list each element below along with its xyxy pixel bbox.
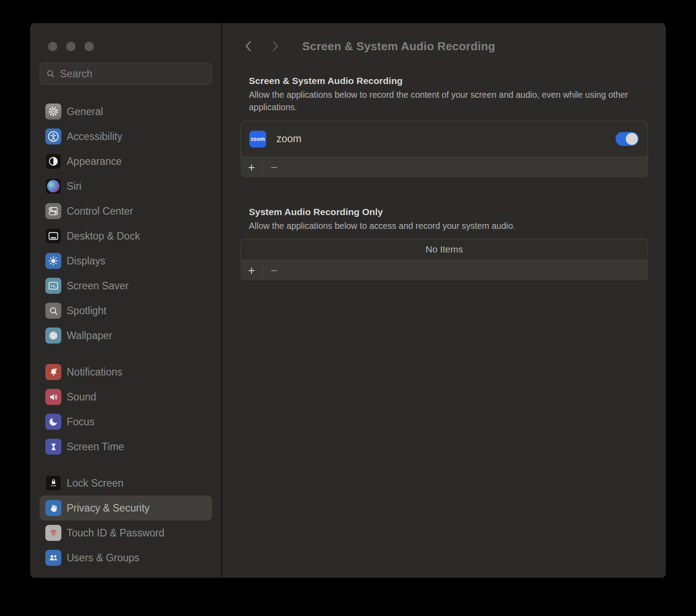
sidebar-item-label: Wallpaper bbox=[67, 330, 112, 342]
app-row-zoom[interactable]: zoom zoom bbox=[240, 121, 648, 157]
footer-divider bbox=[262, 264, 263, 277]
system-audio-app-list: No Items + − bbox=[240, 239, 648, 280]
close-button[interactable] bbox=[48, 42, 57, 51]
accessibility-icon bbox=[45, 128, 61, 144]
content-header: Screen & System Audio Recording bbox=[222, 23, 666, 69]
sidebar-item-label: Touch ID & Password bbox=[67, 527, 164, 539]
sidebar-nav: General Accessibility bbox=[30, 99, 221, 570]
page-title: Screen & System Audio Recording bbox=[302, 40, 495, 53]
minimize-button[interactable] bbox=[66, 42, 76, 51]
hourglass-icon bbox=[45, 439, 61, 455]
sidebar-item-label: Control Center bbox=[67, 205, 133, 217]
window-controls bbox=[30, 23, 221, 51]
sidebar-item-label: Displays bbox=[67, 255, 105, 267]
sidebar-item-users-groups[interactable]: Users & Groups bbox=[40, 545, 212, 570]
display-brightness-icon bbox=[45, 253, 61, 269]
sidebar-item-control-center[interactable]: Control Center bbox=[40, 199, 212, 224]
appearance-icon bbox=[45, 153, 61, 169]
spotlight-icon bbox=[45, 303, 61, 319]
lock-icon bbox=[45, 475, 61, 491]
sidebar-item-label: Screen Saver bbox=[67, 280, 128, 292]
sidebar-item-spotlight[interactable]: Spotlight bbox=[40, 298, 212, 323]
sidebar-item-label: General bbox=[67, 106, 103, 118]
list-footer: + − bbox=[240, 157, 648, 177]
sidebar-item-label: Spotlight bbox=[67, 305, 107, 317]
sidebar-item-lock-screen[interactable]: Lock Screen bbox=[40, 471, 212, 496]
fingerprint-icon bbox=[45, 525, 61, 541]
users-icon bbox=[45, 550, 61, 566]
sidebar-item-label: Accessibility bbox=[67, 131, 122, 143]
sidebar-item-label: Screen Time bbox=[67, 441, 124, 453]
section-heading-system-audio: System Audio Recording Only bbox=[249, 207, 666, 217]
siri-icon bbox=[45, 178, 61, 194]
control-center-icon bbox=[45, 203, 61, 219]
sidebar-item-label: Sound bbox=[67, 391, 96, 403]
section-heading-screen-recording: Screen & System Audio Recording bbox=[249, 76, 666, 86]
sidebar: General Accessibility bbox=[30, 23, 222, 578]
screen-recording-app-list: zoom zoom + − bbox=[240, 121, 648, 177]
sidebar-item-general[interactable]: General bbox=[40, 99, 212, 124]
bell-icon bbox=[45, 364, 61, 380]
sidebar-item-notifications[interactable]: Notifications bbox=[40, 360, 212, 384]
sidebar-item-screen-time[interactable]: Screen Time bbox=[40, 434, 212, 459]
sidebar-item-label: Privacy & Security bbox=[67, 502, 150, 514]
sidebar-item-label: Notifications bbox=[67, 366, 122, 378]
sidebar-item-label: Focus bbox=[67, 416, 95, 428]
forward-button[interactable] bbox=[269, 40, 281, 53]
search-field[interactable] bbox=[40, 63, 212, 85]
settings-window: General Accessibility bbox=[30, 23, 666, 578]
list-footer: + − bbox=[240, 260, 648, 280]
sidebar-item-displays[interactable]: Displays bbox=[40, 248, 212, 273]
empty-list-message: No Items bbox=[240, 239, 648, 260]
remove-app-button[interactable]: − bbox=[268, 160, 281, 175]
sidebar-item-accessibility[interactable]: Accessibility bbox=[40, 124, 212, 149]
sidebar-item-label: Lock Screen bbox=[67, 477, 124, 489]
sidebar-item-wallpaper[interactable]: Wallpaper bbox=[40, 323, 212, 348]
section-description-system-audio: Allow the applications below to access a… bbox=[249, 220, 632, 232]
moon-icon bbox=[45, 414, 61, 430]
sidebar-item-appearance[interactable]: Appearance bbox=[40, 149, 212, 174]
zoom-window-button[interactable] bbox=[84, 42, 94, 51]
section-description-screen-recording: Allow the applications below to record t… bbox=[249, 89, 632, 113]
app-label: zoom bbox=[276, 133, 301, 145]
sidebar-item-privacy-security[interactable]: Privacy & Security bbox=[40, 496, 212, 520]
gear-icon bbox=[45, 104, 61, 120]
sidebar-item-label: Users & Groups bbox=[67, 552, 140, 564]
add-app-button[interactable]: + bbox=[245, 160, 258, 175]
sidebar-item-label: Appearance bbox=[67, 156, 122, 168]
sidebar-item-label: Desktop & Dock bbox=[67, 230, 140, 242]
back-button[interactable] bbox=[243, 40, 254, 53]
content-pane: Screen & System Audio Recording Screen &… bbox=[222, 23, 666, 578]
speaker-icon bbox=[45, 389, 61, 405]
screen-saver-icon bbox=[45, 278, 61, 294]
sidebar-item-siri[interactable]: Siri bbox=[40, 174, 212, 199]
search-input[interactable] bbox=[60, 68, 206, 80]
sidebar-item-label: Siri bbox=[67, 180, 81, 192]
zoom-app-icon: zoom bbox=[249, 131, 266, 148]
footer-divider bbox=[262, 161, 263, 174]
remove-app-button[interactable]: − bbox=[268, 263, 281, 278]
add-app-button[interactable]: + bbox=[245, 263, 258, 278]
hand-icon bbox=[45, 500, 61, 516]
zoom-toggle[interactable] bbox=[616, 132, 639, 146]
sidebar-item-touch-id[interactable]: Touch ID & Password bbox=[40, 520, 212, 545]
sidebar-item-desktop-dock[interactable]: Desktop & Dock bbox=[40, 224, 212, 248]
search-icon bbox=[46, 69, 56, 79]
sidebar-item-focus[interactable]: Focus bbox=[40, 409, 212, 434]
sidebar-item-screen-saver[interactable]: Screen Saver bbox=[40, 273, 212, 298]
desktop-dock-icon bbox=[45, 228, 61, 244]
wallpaper-flower-icon bbox=[45, 328, 61, 344]
sidebar-item-sound[interactable]: Sound bbox=[40, 384, 212, 409]
